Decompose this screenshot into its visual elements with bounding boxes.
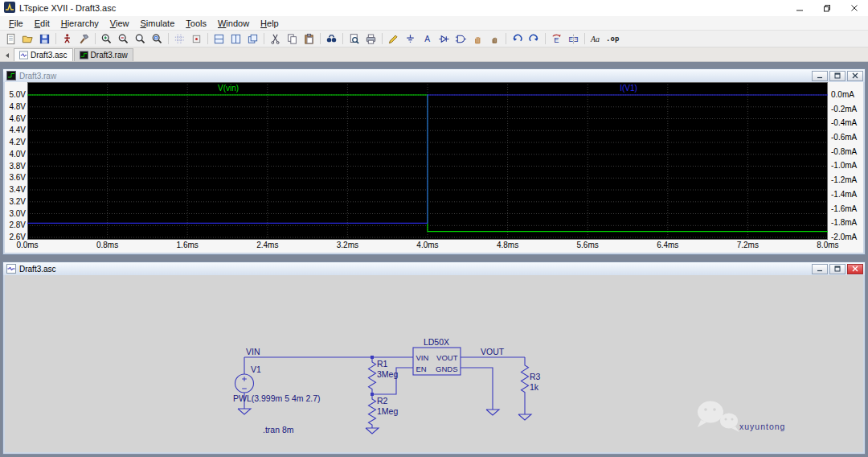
ground-symbol[interactable] <box>518 414 531 420</box>
schematic-window-icon <box>6 264 16 274</box>
resistor-r3[interactable] <box>522 357 529 414</box>
zoom-full-extents-icon[interactable] <box>149 32 165 46</box>
menu-item[interactable]: Edit <box>29 18 55 29</box>
spice-directive-icon[interactable]: .op <box>604 32 621 46</box>
rotate-icon[interactable]: E <box>549 32 564 46</box>
r3-name-label[interactable]: R3 <box>530 372 541 381</box>
v1-name-label[interactable]: V1 <box>251 364 261 374</box>
net-label-vin[interactable]: VIN <box>246 347 260 356</box>
spice-directive-tran[interactable]: .tran 8m <box>263 425 294 434</box>
place-diode-icon[interactable] <box>436 32 452 46</box>
ic-name-label[interactable]: LD50X <box>424 337 449 347</box>
waveform-window-titlebar[interactable]: Draft3.raw <box>3 69 865 82</box>
place-component-icon[interactable] <box>453 32 469 46</box>
draw-wire-icon[interactable] <box>386 32 401 46</box>
zoom-area-icon[interactable] <box>99 32 114 46</box>
wave-maximize-button[interactable] <box>829 71 845 81</box>
grid-icon[interactable] <box>172 32 187 46</box>
open-icon[interactable] <box>20 32 35 46</box>
move-icon[interactable] <box>470 32 485 46</box>
tile-horizontal-icon[interactable] <box>211 32 227 46</box>
y-axis-tick: 4.0V <box>9 150 26 159</box>
ic-ld50x[interactable]: VIN VOUT EN GNDS <box>413 348 461 375</box>
ground-symbol[interactable] <box>238 409 251 414</box>
y-axis-tick: 4.4V <box>9 126 26 134</box>
cut-icon[interactable] <box>268 32 283 46</box>
mirror-icon[interactable]: EE <box>566 32 581 46</box>
svg-text:E: E <box>574 35 579 43</box>
schem-minimize-button[interactable] <box>812 264 828 274</box>
y-axis-tick: -1.0mA <box>831 161 857 170</box>
waveform-window-title: Draft3.raw <box>19 72 56 80</box>
toolbar: A E EE Aa .op <box>0 31 868 47</box>
wire-gnds[interactable] <box>461 368 493 410</box>
place-ground-icon[interactable] <box>403 32 418 46</box>
menu-item[interactable]: View <box>104 18 135 29</box>
waveform-tab-icon <box>80 51 88 60</box>
waveform-plot[interactable]: V(vin)I(V1) <box>27 82 828 240</box>
control-panel-icon[interactable] <box>76 32 92 46</box>
minimize-button[interactable] <box>786 0 813 16</box>
menu-item[interactable]: Help <box>255 18 285 29</box>
cascade-windows-icon[interactable] <box>245 32 260 46</box>
ground-symbol[interactable] <box>486 410 499 415</box>
ground-symbol[interactable] <box>366 428 379 434</box>
wave-close-button[interactable] <box>847 71 863 81</box>
app-icon <box>4 2 15 14</box>
y-axis-tick: 0.0mA <box>831 90 854 99</box>
r3-value-label[interactable]: 1k <box>530 382 539 392</box>
menu-item[interactable]: File <box>3 18 29 29</box>
resistor-r2[interactable] <box>369 394 376 428</box>
restore-button[interactable] <box>813 0 841 16</box>
legend-label[interactable]: V(vin) <box>218 83 239 93</box>
menu-item[interactable]: Window <box>212 18 255 29</box>
r2-name-label[interactable]: R2 <box>377 396 388 406</box>
new-schematic-icon[interactable] <box>3 32 18 46</box>
schem-close-button[interactable] <box>847 264 863 274</box>
schematic-canvas[interactable]: VIN VOUT EN GNDS <box>5 275 863 452</box>
tab-draft3-raw[interactable]: Draft3.raw <box>74 48 133 61</box>
v1-value-label[interactable]: PWL(3.999m 5 4m 2.7) <box>233 393 321 403</box>
zoom-back-icon[interactable] <box>116 32 131 46</box>
resistor-r1[interactable] <box>369 357 376 394</box>
y-axis-tick: -1.8mA <box>831 218 857 227</box>
menu-item[interactable]: Tools <box>180 18 212 29</box>
r1-value-label[interactable]: 3Meg <box>377 369 398 379</box>
menu-item[interactable]: Simulate <box>134 18 180 29</box>
zoom-out-icon[interactable] <box>133 32 148 46</box>
menu-item[interactable]: Hierarchy <box>55 18 104 29</box>
paste-icon[interactable] <box>301 32 317 46</box>
tab-bar: Draft3.asc Draft3.raw <box>0 47 868 62</box>
waveform-window: Draft3.raw V(vin)I(V1) 5.0V4.8V4.6V4.4V4… <box>2 68 866 255</box>
close-button[interactable] <box>841 0 868 16</box>
find-icon[interactable] <box>324 32 339 46</box>
tile-vertical-icon[interactable] <box>228 32 244 46</box>
undo-icon[interactable] <box>510 32 525 46</box>
copy-icon[interactable] <box>285 32 300 46</box>
trace-legend: V(vin)I(V1) <box>27 83 828 93</box>
legend-label[interactable]: I(V1) <box>620 83 637 93</box>
save-icon[interactable] <box>37 32 52 46</box>
tab-draft3-asc[interactable]: Draft3.asc <box>14 48 73 61</box>
net-label-vout[interactable]: VOUT <box>481 347 505 356</box>
r1-name-label[interactable]: R1 <box>377 359 388 368</box>
print-preview-icon[interactable] <box>346 32 362 46</box>
y-axis-tick: -1.2mA <box>831 175 857 184</box>
tab-scroll-left-icon[interactable] <box>2 49 13 61</box>
x-axis-tick: 0.0ms <box>7 241 47 253</box>
drag-icon[interactable] <box>487 32 502 46</box>
redo-icon[interactable] <box>526 32 542 46</box>
menu-bar: FileEditHierarchyViewSimulateToolsWindow… <box>0 16 868 31</box>
schematic-window-titlebar[interactable]: Draft3.asc <box>3 262 865 275</box>
r2-value-label[interactable]: 1Meg <box>377 406 398 416</box>
y-axis-tick: 4.8V <box>9 102 26 111</box>
y-axis-tick: 3.8V <box>9 162 26 171</box>
place-net-label-icon[interactable]: A <box>420 32 435 46</box>
run-icon[interactable] <box>59 32 75 46</box>
place-text-icon[interactable]: Aa <box>588 32 602 46</box>
mark-unconnected-icon[interactable] <box>189 32 204 46</box>
schem-maximize-button[interactable] <box>829 264 845 274</box>
y-axis-tick: 4.2V <box>9 138 26 146</box>
wave-minimize-button[interactable] <box>812 71 828 81</box>
print-icon[interactable] <box>363 32 379 46</box>
